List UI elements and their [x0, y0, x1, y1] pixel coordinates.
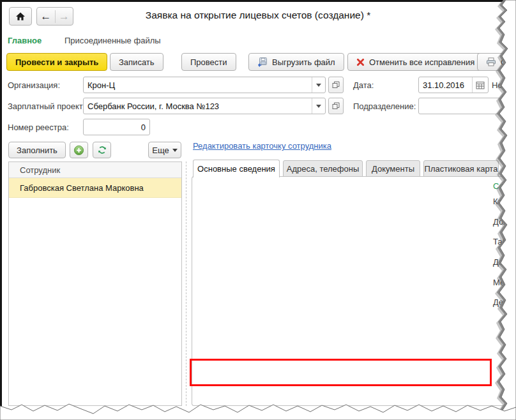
right-group-header-truncated: Сотр	[493, 181, 512, 191]
date-value: 31.10.2016	[419, 80, 472, 90]
calendar-icon	[476, 81, 485, 89]
right-label-personnel-number: Табе	[493, 237, 512, 246]
salary-project-value: Сбербанк России, г. Москва №123	[84, 101, 312, 111]
table-row[interactable]: Габровская Светлана Марковна	[9, 178, 181, 198]
chevron-down-icon	[316, 84, 321, 87]
plus-circle-icon	[73, 145, 84, 156]
red-cross-icon	[356, 58, 365, 66]
right-label-date: Дата	[493, 257, 512, 267]
fill-button[interactable]: Заполнить	[8, 142, 66, 158]
tab-addresses-phones[interactable]: Адреса, телефоны	[283, 160, 363, 177]
department-label: Подразделение:	[353, 101, 416, 112]
forward-button[interactable]: →	[56, 11, 73, 22]
cancel-corrections-label: Отменить все исправления	[369, 57, 474, 67]
printer-icon	[486, 57, 496, 66]
employees-column-header[interactable]: Сотрудник	[9, 162, 181, 178]
tab-documents[interactable]: Документы	[366, 160, 420, 177]
red-annotation-box	[190, 359, 492, 386]
home-button[interactable]	[9, 7, 32, 26]
post-button[interactable]: Провести	[181, 53, 236, 71]
application-window: ← → Заявка на открытие лицевых счетов (с…	[0, 0, 516, 420]
open-form-icon	[332, 81, 340, 89]
tab-plastic-card[interactable]: Пластиковая карта	[423, 160, 499, 177]
organization-input[interactable]: Крон-Ц	[83, 77, 326, 93]
open-form-icon	[332, 102, 340, 110]
right-label-position: Долж	[493, 217, 513, 227]
edit-employee-card-link[interactable]: Редактировать карточку сотрудника	[193, 141, 331, 151]
print-label-truncated: Сп	[501, 57, 511, 67]
number-label-truncated: Ном	[492, 80, 508, 91]
date-label: Дата:	[353, 80, 374, 91]
home-icon	[15, 11, 26, 22]
back-arrow-icon: ←	[40, 10, 51, 22]
department-input[interactable]	[418, 98, 509, 114]
export-file-label: Выгрузить файл	[272, 57, 335, 67]
right-label-category: Кате	[493, 197, 511, 206]
chevron-down-icon	[316, 105, 321, 108]
panel-splitter[interactable]	[186, 161, 186, 406]
window-title: Заявка на открытие лицевых счетов (созда…	[77, 10, 439, 21]
organization-value: Крон-Ц	[84, 80, 312, 90]
write-button[interactable]: Записать	[110, 53, 163, 71]
salary-project-dropdown-button[interactable]	[312, 98, 325, 114]
employees-table: Сотрудник Габровская Светлана Марковна	[8, 161, 182, 406]
window-border-left	[0, 0, 2, 409]
date-calendar-button[interactable]	[472, 77, 488, 93]
organization-open-button[interactable]	[328, 77, 344, 93]
forward-arrow-icon: →	[59, 10, 70, 22]
window-border-top	[0, 0, 512, 2]
organization-label: Организация:	[8, 80, 60, 91]
back-button[interactable]: ←	[37, 11, 55, 22]
salary-project-label: Зарплатный проект:	[8, 101, 85, 112]
right-label-place: Мес	[493, 278, 509, 287]
organization-dropdown-button[interactable]	[312, 77, 325, 93]
print-button[interactable]: Сп	[477, 53, 516, 71]
export-file-icon	[257, 57, 268, 67]
menu-main[interactable]: Главное	[8, 36, 42, 45]
export-file-button[interactable]: Выгрузить файл	[248, 53, 344, 71]
more-button-label: Еще	[152, 146, 169, 155]
salary-project-open-button[interactable]	[328, 98, 344, 114]
post-and-close-button[interactable]: Провести и закрыть	[6, 53, 107, 71]
menu-attached-files[interactable]: Присоединенные файлы	[64, 36, 161, 45]
salary-project-input[interactable]: Сбербанк России, г. Москва №123	[83, 98, 326, 114]
chevron-down-icon	[172, 149, 178, 152]
refresh-button[interactable]	[93, 142, 111, 158]
registry-number-label: Номер реестра:	[8, 123, 69, 133]
registry-number-input[interactable]: 0	[83, 119, 150, 135]
registry-number-value: 0	[84, 123, 149, 132]
tab-main-info[interactable]: Основные сведения	[193, 160, 280, 177]
more-button[interactable]: Еще	[148, 142, 181, 158]
refresh-icon	[97, 145, 107, 155]
right-label-money: Ден	[493, 297, 508, 307]
cancel-corrections-button[interactable]: Отменить все исправления	[347, 53, 483, 71]
add-button[interactable]	[70, 142, 88, 158]
date-input[interactable]: 31.10.2016	[418, 77, 489, 93]
